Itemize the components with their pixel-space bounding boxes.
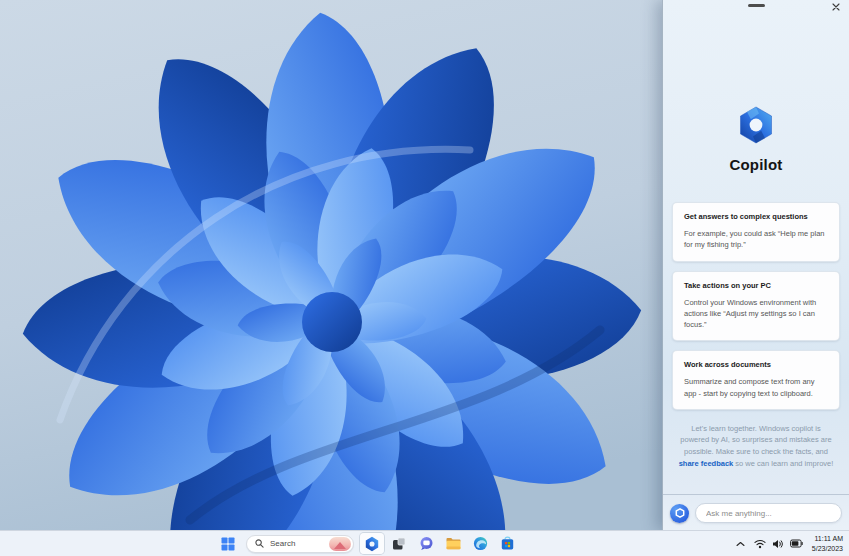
suggestion-cards: Get answers to complex questions For exa… xyxy=(663,202,849,410)
volume-icon xyxy=(772,539,784,549)
card-title: Get answers to complex questions xyxy=(684,212,828,221)
search-highlight-image xyxy=(329,537,351,551)
card-take-actions: Take actions on your PC Control your Win… xyxy=(672,271,840,342)
ask-bar xyxy=(663,494,849,531)
copilot-logo-icon xyxy=(736,105,776,145)
card-body: For example, you could ask “Help me plan… xyxy=(684,228,828,251)
clock[interactable]: 11:11 AM 5/23/2023 xyxy=(809,534,846,552)
file-explorer-button[interactable] xyxy=(441,533,465,554)
card-title: Take actions on your PC xyxy=(684,281,828,290)
wifi-icon xyxy=(754,539,766,549)
card-title: Work across documents xyxy=(684,360,828,369)
card-work-documents: Work across documents Summarize and comp… xyxy=(672,350,840,410)
copilot-icon xyxy=(364,536,380,552)
close-icon xyxy=(832,3,840,11)
tray-time: 11:11 AM xyxy=(809,534,843,543)
tray-date: 5/23/2023 xyxy=(809,544,843,553)
card-complex-questions: Get answers to complex questions For exa… xyxy=(672,202,840,262)
store-icon xyxy=(500,536,515,551)
edge-icon xyxy=(473,536,488,551)
card-body: Control your Windows environment with ac… xyxy=(684,297,828,331)
windows-logo-icon xyxy=(221,537,235,551)
search-label: Search xyxy=(270,539,323,548)
hidden-icons-button[interactable] xyxy=(732,533,748,554)
copilot-mini-button[interactable] xyxy=(670,504,689,523)
card-body: Summarize and compose text from any app … xyxy=(684,376,828,399)
chevron-up-icon xyxy=(736,541,745,547)
task-view-button[interactable] xyxy=(387,533,411,554)
system-tray: 11:11 AM 5/23/2023 xyxy=(732,531,846,556)
desktop-screen: { "colors": { "accent_blue": "#1763c4", … xyxy=(0,0,849,556)
search-icon xyxy=(255,539,264,548)
microsoft-store-button[interactable] xyxy=(495,533,519,554)
disclaimer-text: Let's learn together. Windows copilot is… xyxy=(676,423,836,470)
share-feedback-link[interactable]: share feedback xyxy=(679,459,734,468)
chat-button[interactable] xyxy=(414,533,438,554)
ask-input[interactable] xyxy=(695,503,842,523)
folder-icon xyxy=(446,537,461,550)
disclaimer-before: Let's learn together. Windows copilot is… xyxy=(680,424,831,456)
task-view-icon xyxy=(392,537,406,551)
copilot-hex-icon xyxy=(675,508,685,518)
battery-icon xyxy=(790,539,803,548)
disclaimer-after: so we can learn and improve! xyxy=(733,459,833,468)
search-box[interactable]: Search xyxy=(246,535,354,553)
taskbar: Search xyxy=(0,530,849,556)
start-button[interactable] xyxy=(216,533,240,554)
chat-icon xyxy=(419,536,434,551)
close-button[interactable] xyxy=(829,1,843,13)
edge-button[interactable] xyxy=(468,533,492,554)
taskbar-center: Search xyxy=(216,531,519,556)
copilot-sidebar: Copilot Get answers to complex questions… xyxy=(662,0,849,531)
drag-handle[interactable] xyxy=(748,4,765,7)
copilot-title: Copilot xyxy=(663,156,849,173)
quick-settings-button[interactable] xyxy=(754,539,803,549)
taskbar-copilot-button[interactable] xyxy=(360,533,384,554)
